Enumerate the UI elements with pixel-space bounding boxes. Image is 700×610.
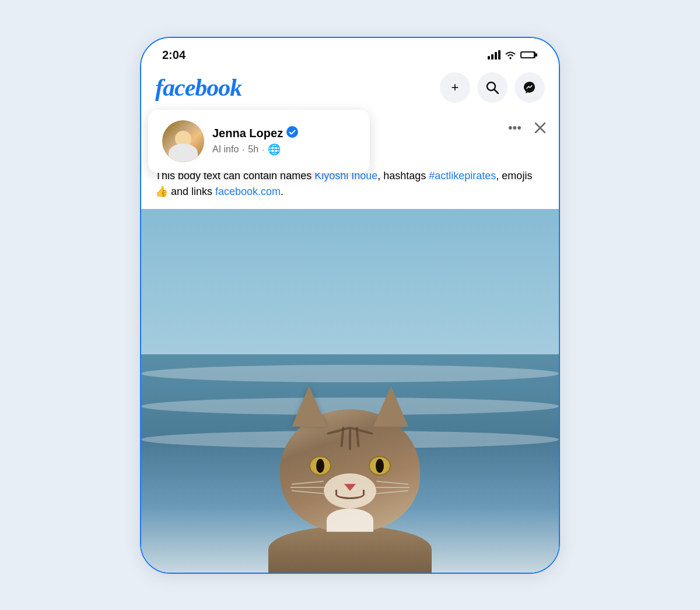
- hashtag[interactable]: #actlikepirates: [429, 170, 496, 182]
- svg-rect-0: [488, 56, 490, 60]
- whisker-left-2: [290, 487, 324, 488]
- stripe-5: [350, 426, 373, 434]
- svg-rect-6: [536, 53, 537, 57]
- svg-point-4: [510, 58, 512, 60]
- cat: [251, 409, 449, 573]
- cat-torso: [268, 526, 432, 573]
- author-popup: Jenna Lopez AI info · 5h · 🌐: [148, 110, 370, 173]
- whisker-left-1: [292, 480, 324, 484]
- body-text-end: .: [281, 186, 284, 197]
- add-button[interactable]: +: [440, 72, 470, 103]
- globe-icon: 🌐: [268, 143, 281, 156]
- post-image: [141, 209, 559, 573]
- separator-dot-2: ·: [262, 145, 264, 154]
- cat-chin: [327, 508, 373, 532]
- svg-rect-3: [498, 50, 501, 60]
- facebook-logo: facebook: [155, 74, 242, 102]
- status-bar: 2:04: [141, 38, 559, 65]
- svg-rect-2: [495, 52, 497, 60]
- author-name: Jenna Lopez: [212, 127, 283, 140]
- whisker-right-2: [376, 487, 410, 488]
- more-options-button[interactable]: •••: [508, 120, 522, 135]
- cat-right-eye: [369, 456, 391, 476]
- search-icon: [486, 81, 499, 94]
- cat-head: [280, 409, 420, 532]
- cat-mouth: [335, 490, 365, 499]
- whisker-left-3: [292, 490, 324, 494]
- battery-icon: [520, 50, 538, 60]
- close-button[interactable]: [533, 121, 547, 135]
- status-time: 2:04: [162, 48, 186, 62]
- body-text-middle: , hashtags: [377, 170, 429, 182]
- wifi-icon: [504, 50, 517, 60]
- separator-dot: ·: [242, 145, 244, 154]
- verified-badge: [286, 126, 298, 141]
- whisker-right-3: [376, 490, 408, 494]
- sky: [141, 209, 559, 372]
- avatar-image: [162, 120, 204, 162]
- ai-info-label: AI info: [212, 144, 239, 155]
- avatar: [162, 120, 204, 162]
- stripe-4: [327, 426, 350, 434]
- author-meta: AI info · 5h · 🌐: [212, 143, 298, 156]
- post-actions-top: •••: [508, 120, 547, 135]
- svg-rect-7: [522, 53, 534, 57]
- cat-left-eye: [309, 456, 331, 476]
- search-button[interactable]: [477, 72, 508, 103]
- stripe-2: [349, 427, 351, 450]
- post-card: Jenna Lopez AI info · 5h · 🌐: [141, 110, 559, 573]
- status-icons: [488, 50, 538, 60]
- post-time: 5h: [248, 144, 258, 155]
- header-icons: +: [440, 72, 545, 103]
- more-icon: •••: [508, 120, 522, 135]
- cat-eyes: [309, 456, 391, 476]
- post-link[interactable]: facebook.com: [215, 186, 281, 197]
- wave-1: [141, 365, 559, 382]
- close-icon: [533, 121, 547, 135]
- svg-rect-1: [491, 54, 494, 60]
- messenger-icon: [523, 81, 537, 95]
- whisker-right-1: [376, 480, 408, 484]
- cat-scene: [141, 209, 559, 573]
- author-info: Jenna Lopez AI info · 5h · 🌐: [212, 126, 298, 156]
- signal-icon: [488, 50, 501, 60]
- author-name-row: Jenna Lopez: [212, 126, 298, 141]
- messenger-button[interactable]: [514, 72, 545, 103]
- svg-point-10: [286, 126, 298, 138]
- svg-line-9: [495, 89, 499, 93]
- app-header: facebook +: [141, 65, 559, 110]
- phone-frame: 2:04 facebook: [140, 37, 560, 574]
- plus-icon: +: [452, 80, 459, 95]
